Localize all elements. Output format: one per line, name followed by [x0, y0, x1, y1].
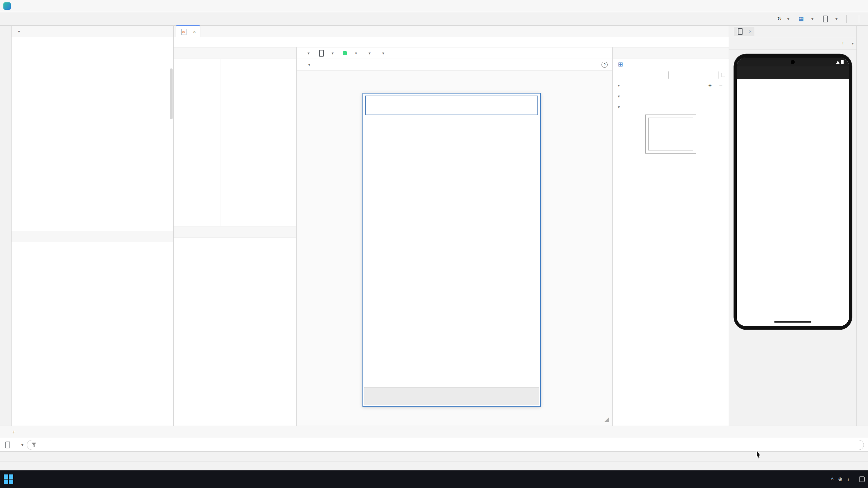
editor-tab-bar: ×: [174, 26, 729, 37]
running-devices-panel: × ▾: [729, 26, 856, 426]
divider: [846, 15, 847, 23]
system-tray: ^ ⊕ ♪: [831, 476, 865, 482]
design-canvas[interactable]: ◢: [297, 70, 612, 426]
structure-panel-header: [12, 231, 173, 242]
emulator-bottom-nav: [737, 302, 849, 318]
component-tree: [174, 238, 296, 426]
design-tools-toolbar: ▾: [297, 59, 612, 70]
emulator-phone-number-input[interactable]: [737, 79, 849, 92]
android-icon: [341, 49, 349, 57]
menu-bar: [0, 0, 868, 12]
wifi-icon: [836, 61, 840, 64]
windows-taskbar: ^ ⊕ ♪: [0, 470, 868, 488]
device-icon: [4, 441, 12, 449]
left-tool-strip: [0, 26, 12, 426]
android-studio-icon: [3, 2, 11, 10]
volume-icon[interactable]: ♪: [847, 476, 850, 482]
right-tool-strip: [856, 26, 868, 426]
selected-component-row[interactable]: [613, 59, 729, 70]
pin-toggle[interactable]: [721, 73, 725, 77]
target-device-select[interactable]: ▾: [818, 14, 841, 24]
device-icon: [736, 28, 744, 35]
logcat-tab-bar: [0, 426, 868, 438]
main-toolbar: ▾ ▾ ▾: [0, 12, 868, 26]
default-margin-select[interactable]: ▾: [301, 61, 314, 68]
app-module-icon: [797, 15, 805, 23]
layout-preview[interactable]: [362, 93, 541, 407]
theme-select[interactable]: ▾: [361, 49, 374, 57]
emulator-status-bar: [737, 58, 849, 66]
run-configuration-select[interactable]: ▾: [794, 14, 817, 24]
scrollbar-thumb[interactable]: [170, 68, 173, 119]
palette-items: [220, 59, 296, 226]
id-input[interactable]: [668, 71, 718, 79]
transform-preview: [645, 115, 696, 154]
layout-errors-icon[interactable]: [604, 50, 609, 56]
layout-section[interactable]: ▾: [613, 91, 729, 102]
network-icon[interactable]: ⊕: [838, 476, 843, 482]
design-surface: ▾ ▾ ▾ ▾ ▾: [297, 47, 612, 426]
attributes-header: [613, 47, 729, 59]
emulator-toolbar: ▾: [729, 37, 856, 49]
component-tree-header: [174, 226, 296, 238]
toolbar-actions: ▾ ▾ ▾: [772, 14, 863, 24]
android-studio-window: ▾ ▾ ▾: [0, 0, 868, 488]
project-panel: ▾: [12, 26, 174, 426]
status-bar: [0, 462, 868, 470]
device-icon: [822, 15, 829, 23]
constraintlayout-icon: [617, 61, 624, 68]
editor-tab[interactable]: ×: [176, 25, 200, 37]
editor-mode-bar: [174, 37, 729, 47]
editor-area: ×: [174, 26, 729, 426]
project-tree: [12, 37, 173, 231]
emulator-device[interactable]: [734, 54, 852, 329]
warning-icon: [840, 41, 846, 46]
help-icon[interactable]: [600, 60, 609, 69]
logcat-device-select[interactable]: ▾: [4, 441, 23, 449]
new-logcat-tab-icon[interactable]: [9, 428, 18, 436]
logcat-filter-input[interactable]: [39, 442, 860, 448]
start-button[interactable]: [3, 474, 14, 484]
layout-file-select[interactable]: ▾: [300, 49, 313, 57]
emulator-app-bar: [737, 66, 849, 79]
filter-icon: [31, 441, 37, 449]
device-icon: [318, 49, 325, 57]
emulator-screen[interactable]: [737, 58, 849, 326]
battery-icon: [841, 60, 844, 64]
remove-attribute-icon[interactable]: [716, 81, 725, 90]
transforms-section[interactable]: ▾: [613, 102, 729, 113]
project-panel-header: ▾: [12, 26, 173, 37]
sync-button[interactable]: ▾: [772, 14, 793, 24]
live-edit-status[interactable]: ▾: [840, 41, 854, 46]
api-level-select[interactable]: ▾: [338, 48, 360, 58]
canvas-resize-handle[interactable]: ◢: [604, 415, 609, 423]
gesture-bar: [737, 318, 849, 326]
tab-layout-placeholder[interactable]: [364, 387, 539, 405]
attributes-panel: ▾ ▾ ▾: [612, 47, 729, 426]
tray-expand-icon[interactable]: ^: [831, 476, 833, 482]
close-tab-icon[interactable]: ×: [193, 29, 196, 35]
tool-window-bar: [0, 451, 868, 462]
close-device-icon[interactable]: ×: [749, 28, 752, 34]
add-attribute-icon[interactable]: [706, 81, 714, 90]
phone-number-edittext[interactable]: [365, 96, 538, 115]
xml-file-icon: [180, 28, 188, 35]
palette-panel: [174, 47, 297, 426]
declared-attributes-section[interactable]: ▾: [613, 80, 729, 91]
divider: [859, 15, 859, 23]
device-select[interactable]: ▾: [314, 48, 337, 58]
palette-header: [174, 47, 296, 59]
structure-tree: [12, 242, 173, 426]
locale-select[interactable]: ▾: [375, 49, 388, 57]
sync-icon: [776, 15, 783, 23]
design-config-toolbar: ▾ ▾ ▾ ▾ ▾: [297, 47, 612, 59]
device-tab[interactable]: ×: [734, 27, 754, 36]
id-attribute-row: [613, 70, 729, 80]
palette-categories: [174, 59, 220, 226]
logcat-filter[interactable]: [27, 440, 864, 450]
logcat-toolbar: ▾: [0, 438, 868, 451]
notification-center-icon[interactable]: [859, 476, 865, 482]
rotation-label: [613, 156, 729, 160]
camera-hole: [791, 60, 795, 64]
